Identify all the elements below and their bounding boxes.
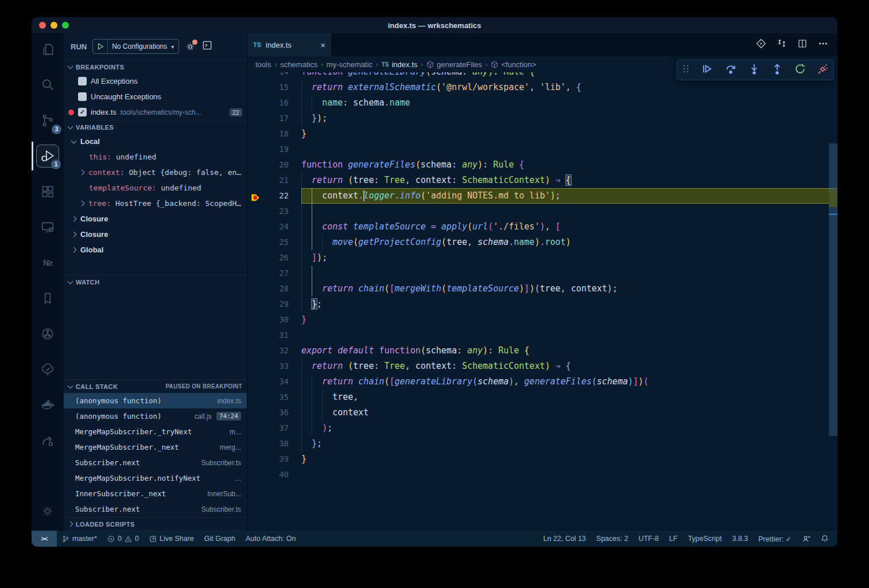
breakpoint-margin[interactable]	[247, 420, 263, 436]
search-icon[interactable]	[36, 73, 59, 96]
breakpoint-margin[interactable]	[247, 188, 263, 204]
code-line-31[interactable]: 31	[247, 328, 837, 343]
breadcrumb-item-schematics[interactable]: schematics	[280, 60, 317, 69]
breadcrumb-item-index-ts[interactable]: TSindex.ts	[382, 60, 418, 69]
code-line-34[interactable]: 34 return chain([generateLibrary(schema)…	[247, 374, 837, 390]
breakpoint-row[interactable]: ✓index.tstools/schematics/my-sch...22	[64, 104, 247, 120]
debug-settings-gear-icon[interactable]	[185, 41, 196, 52]
breakpoint-row[interactable]: Uncaught Exceptions	[64, 89, 247, 104]
extensions-icon[interactable]	[36, 180, 59, 203]
breakpoint-margin[interactable]	[247, 451, 263, 467]
code-line-32[interactable]: 32export default function(schema: any): …	[247, 343, 837, 359]
code-line-21[interactable]: 21 return (tree: Tree, context: Schemati…	[247, 173, 837, 188]
continue-button[interactable]	[701, 63, 713, 77]
breakpoint-margin[interactable]	[247, 111, 263, 126]
breakpoint-checkbox[interactable]	[78, 92, 87, 101]
call-stack-frame[interactable]: (anonymous function)index.ts	[64, 393, 247, 408]
code-line-19[interactable]: 19	[247, 142, 837, 157]
open-changes-icon[interactable]	[756, 38, 766, 51]
breakpoint-margin[interactable]	[247, 436, 263, 451]
loaded-scripts-section-header[interactable]: LOADED SCRIPTS	[64, 517, 247, 531]
split-editor-icon[interactable]	[797, 38, 808, 51]
disconnect-button[interactable]	[817, 63, 829, 77]
step-over-button[interactable]	[724, 63, 737, 77]
breakpoint-margin[interactable]	[247, 235, 263, 250]
problems[interactable]: 00	[102, 531, 144, 547]
code-line-39[interactable]: 39}	[247, 451, 837, 467]
breakpoint-margin[interactable]	[247, 297, 263, 312]
watch-section-header[interactable]: WATCH	[64, 275, 247, 289]
eol[interactable]: LF	[664, 531, 683, 547]
git-graph[interactable]: Git Graph	[199, 531, 240, 547]
variable-row[interactable]: templateSource: undefined	[64, 180, 247, 196]
remote-explorer-icon[interactable]	[36, 216, 59, 239]
source-control-icon[interactable]: 3	[36, 109, 59, 132]
prettier[interactable]: Prettier: ✓	[753, 531, 797, 547]
breadcrumb-item-generatefiles[interactable]: generateFiles	[426, 60, 482, 69]
call-stack-frame[interactable]: Subscriber.nextSubscriber.ts	[64, 455, 247, 470]
tab-index-ts[interactable]: TS index.ts ×	[247, 33, 331, 56]
test-explorer-icon[interactable]	[36, 358, 59, 381]
code-line-29[interactable]: 29 };	[247, 297, 837, 312]
breakpoint-margin[interactable]	[247, 95, 263, 111]
breadcrumb-item-my-schematic[interactable]: my-schematic	[327, 60, 373, 69]
variable-row[interactable]: context: Object {debug: false, en…	[64, 165, 247, 180]
git-graph-icon[interactable]	[36, 322, 59, 345]
notifications-bell-icon[interactable]	[816, 531, 834, 547]
breakpoint-margin[interactable]	[247, 157, 263, 173]
launch-config-dropdown[interactable]: No Configurations ▾	[92, 39, 179, 54]
more-actions-icon[interactable]	[818, 38, 828, 51]
variables-section-header[interactable]: VARIABLES	[64, 120, 247, 134]
step-out-button[interactable]	[771, 63, 783, 77]
call-stack-frame[interactable]: MergeMapSubscriber._nextmerg...	[64, 439, 247, 455]
breakpoint-margin[interactable]	[247, 266, 263, 281]
code-line-40[interactable]: 40	[247, 467, 837, 482]
feedback-smiley-icon[interactable]	[797, 531, 816, 547]
variable-scope-row[interactable]: Closure	[64, 227, 247, 242]
start-debug-icon[interactable]	[93, 40, 108, 53]
variable-row[interactable]: this: undefined	[64, 149, 247, 165]
breakpoint-margin[interactable]	[247, 405, 263, 420]
breakpoint-margin[interactable]	[247, 390, 263, 405]
cursor-position[interactable]: Ln 22, Col 13	[538, 531, 591, 547]
live-share[interactable]: Live Share	[144, 531, 199, 547]
editor-scrollbar[interactable]	[829, 143, 837, 436]
call-stack-frame[interactable]: InnerSubscriber._nextInnerSub...	[64, 486, 247, 501]
code-line-36[interactable]: 36 context	[247, 405, 837, 420]
breakpoint-margin[interactable]	[247, 173, 263, 188]
code-line-35[interactable]: 35 tree,	[247, 390, 837, 405]
explorer-icon[interactable]	[36, 38, 59, 61]
breakpoint-margin[interactable]	[247, 126, 263, 142]
breakpoint-margin[interactable]	[247, 72, 263, 80]
variable-row[interactable]: tree: HostTree {_backend: ScopedH…	[64, 196, 247, 211]
code-line-37[interactable]: 37 );	[247, 420, 837, 436]
code-line-17[interactable]: 17 });	[247, 111, 837, 126]
debug-console-icon[interactable]	[201, 40, 213, 53]
code-line-23[interactable]: 23	[247, 204, 837, 219]
breakpoint-margin[interactable]	[247, 328, 263, 343]
code-line-27[interactable]: 27	[247, 266, 837, 281]
breakpoint-margin[interactable]	[247, 281, 263, 297]
code-line-16[interactable]: 16 name: schema.name	[247, 95, 837, 111]
indentation[interactable]: Spaces: 2	[591, 531, 634, 547]
bookmarks-icon[interactable]	[36, 287, 59, 310]
code-line-24[interactable]: 24 const templateSource = apply(url('./f…	[247, 219, 837, 235]
variable-scope-row[interactable]: Global	[64, 242, 247, 258]
call-stack-frame[interactable]: Subscriber.nextSubscriber.ts	[64, 501, 247, 517]
live-share-icon[interactable]	[36, 429, 59, 452]
breakpoints-section-header[interactable]: BREAKPOINTS	[64, 60, 247, 73]
breakpoint-checkbox[interactable]: ✓	[78, 108, 87, 116]
call-stack-section-header[interactable]: CALL STACK PAUSED ON BREAKPOINT	[64, 379, 247, 393]
breakpoint-margin[interactable]	[247, 80, 263, 95]
code-line-38[interactable]: 38 };	[247, 436, 837, 451]
remote-indicator[interactable]: ><	[32, 531, 57, 547]
code-line-15[interactable]: 15 return externalSchematic('@nrwl/works…	[247, 80, 837, 95]
ts-version[interactable]: 3.8.3	[727, 531, 753, 547]
breakpoint-margin[interactable]	[247, 204, 263, 219]
code-line-33[interactable]: 33 return (tree: Tree, context: Schemati…	[247, 359, 837, 374]
variable-scope-row[interactable]: Local	[64, 134, 247, 149]
variable-scope-row[interactable]: Closure	[64, 211, 247, 227]
breakpoint-checkbox[interactable]	[78, 77, 87, 85]
toolbar-drag-grip[interactable]	[682, 64, 690, 76]
compare-changes-icon[interactable]	[777, 38, 787, 51]
